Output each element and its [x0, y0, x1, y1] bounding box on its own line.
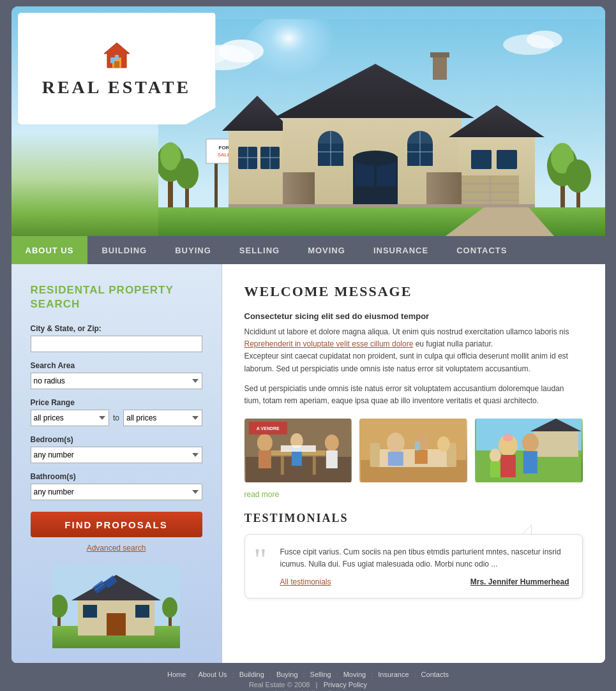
footer-sep-6: :: [371, 671, 373, 678]
svg-rect-46: [433, 54, 447, 80]
svg-point-88: [324, 435, 338, 451]
content-area: WELCOME MESSAGE Consectetur sicing elit …: [222, 264, 605, 663]
svg-rect-83: [312, 456, 315, 475]
footer-sep-5: :: [336, 671, 338, 678]
svg-rect-114: [490, 461, 500, 477]
bathrooms-group: Bathroom(s) any number 1 2 3: [31, 472, 202, 500]
testimonial-text: Fusce cipit varius. Cum sociis na pen ti…: [280, 546, 569, 570]
testimonials-box: " Fusce cipit varius. Cum sociis na pen …: [244, 534, 583, 598]
price-to-label: to: [113, 413, 119, 422]
svg-rect-47: [430, 52, 449, 57]
bathrooms-label: Bathroom(s): [31, 472, 202, 481]
footer-sep-3: :: [269, 671, 271, 678]
bedrooms-label: Bedroom(s): [31, 435, 202, 444]
testimonials-footer: All testimonials Mrs. Jennifer Hummerhea…: [280, 577, 569, 586]
footer-sep-4: :: [303, 671, 305, 678]
svg-point-43: [353, 151, 398, 166]
footer-link-buying[interactable]: Buying: [276, 671, 298, 678]
svg-rect-69: [107, 613, 126, 635]
svg-rect-110: [500, 455, 516, 477]
svg-point-98: [387, 433, 405, 453]
nav-selling[interactable]: SELLING: [225, 236, 294, 264]
testimonials-wrapper: " Fusce cipit varius. Cum sociis na pen …: [244, 534, 583, 598]
bathrooms-select[interactable]: any number 1 2 3: [31, 484, 202, 500]
advanced-search-link[interactable]: Advanced search: [31, 544, 202, 553]
footer-link-about[interactable]: About Us: [198, 671, 227, 678]
house-icon: [101, 40, 133, 73]
testimonial-author: Mrs. Jennifer Hummerhead: [470, 577, 569, 586]
footer-copyright: Real Estate © 2008 | Privacy Policy: [11, 681, 605, 688]
logo-title: REAL ESTATE: [42, 77, 192, 98]
svg-rect-99: [388, 452, 403, 466]
property-photo-2: [359, 419, 467, 482]
copyright-text: Real Estate © 2008: [249, 681, 310, 688]
svg-rect-64: [114, 61, 119, 68]
welcome-subtitle: Consectetur sicing elit sed do eiusmod t…: [244, 311, 583, 321]
price-from-select[interactable]: all prices under $100k $100k-$200k: [31, 410, 110, 426]
svg-rect-107: [534, 431, 578, 457]
footer-nav: Home : About Us : Building : Buying : Se…: [11, 671, 605, 678]
search-area-select[interactable]: no radius 5 miles 10 miles 25 miles: [31, 373, 202, 389]
nav-building[interactable]: BUILDING: [87, 236, 161, 264]
svg-rect-44: [471, 150, 492, 169]
svg-rect-45: [497, 150, 517, 169]
footer-link-selling[interactable]: Selling: [310, 671, 331, 678]
footer-link-contacts[interactable]: Contacts: [421, 671, 449, 678]
welcome-paragraph-1: Ncididunt ut labore et dolore magna aliq…: [244, 326, 583, 375]
nav-contacts[interactable]: CONTACTS: [442, 236, 521, 264]
logo-box: REAL ESTATE: [18, 13, 216, 124]
read-more-link[interactable]: read more: [244, 490, 583, 499]
svg-point-6: [527, 31, 562, 48]
price-range-group: Price Range all prices under $100k $100k…: [31, 398, 202, 426]
svg-point-115: [503, 434, 513, 442]
bedrooms-select[interactable]: any number 1 2 3 4: [31, 447, 202, 463]
svg-rect-71: [135, 605, 149, 618]
footer-link-moving[interactable]: Moving: [343, 671, 366, 678]
city-zip-group: City & State, or Zip:: [31, 324, 202, 352]
search-area-group: Search Area no radius 5 miles 10 miles 2…: [31, 361, 202, 389]
all-testimonials-link[interactable]: All testimonials: [280, 577, 331, 586]
search-area-label: Search Area: [31, 361, 202, 370]
city-zip-input[interactable]: [31, 336, 202, 352]
property-photo-3: [475, 419, 583, 482]
footer-link-home[interactable]: Home: [167, 671, 186, 678]
sidebar-title: RESIDENTAL PROPERTY SEARCH: [31, 283, 202, 311]
svg-rect-95: [370, 449, 456, 467]
site-footer: Home : About Us : Building : Buying : Se…: [11, 663, 605, 691]
nav-about-us[interactable]: ABOUT US: [11, 236, 88, 264]
svg-point-75: [162, 597, 177, 618]
welcome-internal-link[interactable]: Reprehenderit in voluptate velit esse ci…: [244, 339, 414, 348]
welcome-title: WELCOME MESSAGE: [244, 283, 583, 300]
svg-text:FOR: FOR: [218, 145, 229, 151]
nav-moving[interactable]: MOVING: [294, 236, 359, 264]
svg-rect-90: [280, 445, 315, 452]
footer-sep-1: :: [191, 671, 193, 678]
footer-link-insurance[interactable]: Insurance: [378, 671, 409, 678]
svg-rect-24: [283, 172, 315, 207]
main-content: RESIDENTAL PROPERTY SEARCH City & State,…: [11, 264, 605, 663]
svg-point-84: [257, 434, 272, 452]
price-to-select[interactable]: all prices $100k-$200k $200k-$300k: [123, 410, 202, 426]
svg-point-58: [566, 160, 591, 193]
svg-point-111: [522, 433, 539, 452]
svg-rect-63: [110, 57, 115, 63]
sidebar-house-image: [31, 565, 202, 650]
nav-insurance[interactable]: INSURANCE: [359, 236, 442, 264]
main-nav: ABOUT US BUILDING BUYING SELLING MOVING …: [11, 236, 605, 264]
privacy-policy-link[interactable]: Privacy Policy: [324, 681, 367, 688]
footer-sep-7: :: [414, 671, 416, 678]
svg-rect-103: [415, 442, 420, 450]
footer-link-building[interactable]: Building: [239, 671, 264, 678]
find-proposals-button[interactable]: Find Proposals: [31, 512, 202, 537]
photo-row: A VENDRE: [244, 419, 583, 482]
quote-mark: ": [254, 544, 267, 576]
svg-rect-59: [229, 204, 535, 207]
footer-sep-2: :: [232, 671, 234, 678]
sidebar: RESIDENTAL PROPERTY SEARCH City & State,…: [11, 264, 222, 663]
welcome-text-2: Excepteur sint caecat cupidatat non proi…: [244, 352, 568, 373]
price-range-label: Price Range: [31, 398, 202, 407]
welcome-paragraph-2: Sed ut perspiciatis unde omnis iste natu…: [244, 383, 583, 407]
nav-buying[interactable]: BUYING: [161, 236, 225, 264]
testimonials-title: TESTIMONIALS: [244, 512, 583, 525]
svg-rect-70: [83, 605, 97, 618]
